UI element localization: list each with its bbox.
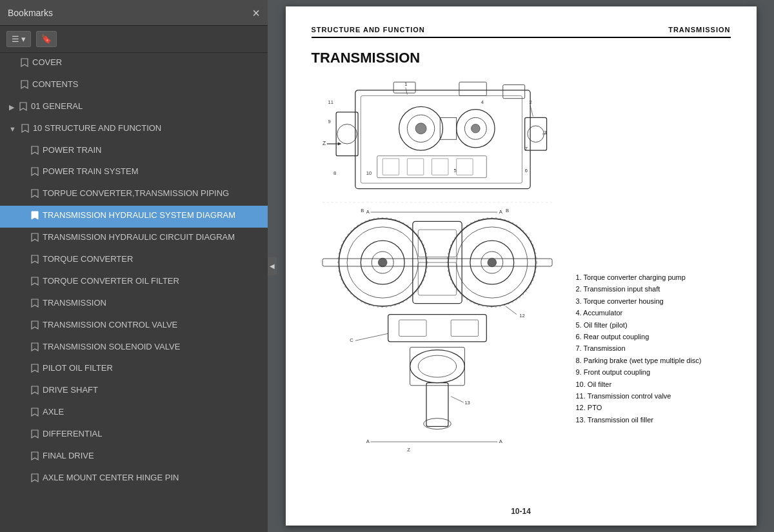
svg-text:Z: Z xyxy=(407,447,410,453)
bookmark-view-button[interactable]: 🔖 xyxy=(36,31,57,47)
svg-text:A: A xyxy=(366,209,370,215)
legend-item-7: 7. Transmission xyxy=(576,344,731,353)
legend-item-5: 5. Oil filter (pilot) xyxy=(576,320,731,330)
svg-point-12 xyxy=(337,124,357,144)
bookmark-item-transmission-control-valve[interactable]: TRANSMISSION CONTROL VALVE xyxy=(0,315,268,337)
doc-title: TRANSMISSION xyxy=(312,50,731,66)
doc-header: STRUCTURE AND FUNCTION TRANSMISSION xyxy=(312,26,731,38)
doc-header-chapter: TRANSMISSION xyxy=(668,26,730,34)
svg-text:13: 13 xyxy=(464,400,470,406)
svg-text:9: 9 xyxy=(328,119,330,124)
bookmark-item-cover[interactable]: COVER xyxy=(0,53,268,75)
legend-item-10: 10. Oil filter xyxy=(576,380,731,389)
svg-point-46 xyxy=(378,258,387,267)
bookmark-label: FINAL DRIVE xyxy=(43,451,261,462)
document-page: STRUCTURE AND FUNCTION TRANSMISSION TRAN… xyxy=(286,6,757,526)
bookmark-item-torque-converter[interactable]: TORQUE CONVERTER xyxy=(0,250,268,271)
legend-item-9: 9. Front output coupling xyxy=(576,368,731,377)
bookmark-item-power-train-system[interactable]: POWER TRAIN SYSTEM xyxy=(0,162,268,184)
list-view-button[interactable]: ☰ ▾ xyxy=(6,31,31,47)
bookmark-item-final-drive[interactable]: FINAL DRIVE xyxy=(0,446,268,468)
bookmark-item-transmission[interactable]: TRANSMISSION xyxy=(0,293,268,315)
close-button[interactable]: × xyxy=(252,6,260,19)
bookmark-label: 01 GENERAL xyxy=(31,101,261,112)
bookmark-item-torque-converter-oil-filter[interactable]: TORQUE CONVERTER OIL FILTER xyxy=(0,271,268,293)
expand-arrow: ▶ xyxy=(9,103,14,112)
legend-area: 1. Torque converter charging pump2. Tran… xyxy=(576,79,731,497)
bookmark-item-differential[interactable]: DIFFERENTIAL xyxy=(0,424,268,446)
svg-text:2: 2 xyxy=(529,99,531,105)
bookmark-icon xyxy=(21,124,29,136)
bookmark-label: COVER xyxy=(32,57,261,68)
bookmark-label: TRANSMISSION HYDRAULIC CIRCUIT DIAGRAM xyxy=(43,232,261,243)
bookmark-icon xyxy=(31,167,39,179)
bookmark-icon xyxy=(31,473,39,486)
bookmark-icon xyxy=(31,189,39,201)
svg-rect-37 xyxy=(456,159,472,175)
bookmark-item-axle[interactable]: AXLE xyxy=(0,402,268,424)
expand-arrow: ▼ xyxy=(9,124,16,133)
bookmark-label: TRANSMISSION xyxy=(43,298,261,309)
dropdown-arrow: ▾ xyxy=(21,34,26,44)
bookmark-icon xyxy=(31,255,39,267)
bookmark-item-axle-mount[interactable]: AXLE MOUNT CENTER HINGE PIN xyxy=(0,468,268,490)
bookmark-label: POWER TRAIN xyxy=(43,145,261,156)
document-panel: STRUCTURE AND FUNCTION TRANSMISSION TRAN… xyxy=(268,0,774,532)
svg-marker-18 xyxy=(337,142,341,145)
bookmark-item-transmission-hydraulic-system[interactable]: TRANSMISSION HYDRAULIC SYSTEM DIAGRAM xyxy=(0,206,268,228)
bookmark-item-power-train[interactable]: POWER TRAIN xyxy=(0,141,268,163)
bookmark-icon: 🔖 xyxy=(41,34,52,44)
bookmark-item-torque-converter-piping[interactable]: TORPUE CONVERTER,TRANSMISSION PIPING xyxy=(0,184,268,206)
bookmark-label: DRIVE SHAFT xyxy=(43,385,261,396)
svg-rect-56 xyxy=(418,230,456,257)
svg-text:8: 8 xyxy=(333,170,335,176)
svg-text:11: 11 xyxy=(328,99,333,105)
svg-rect-35 xyxy=(407,159,423,175)
svg-line-20 xyxy=(405,88,407,95)
page-number: 10-14 xyxy=(312,507,731,516)
svg-rect-62 xyxy=(388,315,486,342)
svg-text:B: B xyxy=(361,208,364,213)
bookmark-item-contents[interactable]: CONTENTS xyxy=(0,75,268,97)
bookmark-label: TORQUE CONVERTER xyxy=(43,254,261,265)
legend-item-4: 4. Accumulator xyxy=(576,308,731,318)
legend-item-8: 8. Parking brake (wet type multiple disc… xyxy=(576,356,731,366)
bookmark-label: AXLE xyxy=(43,407,261,418)
svg-rect-36 xyxy=(432,159,448,175)
legend-item-2: 2. Transmission input shaft xyxy=(576,284,731,294)
svg-point-4 xyxy=(415,123,426,134)
svg-point-53 xyxy=(487,258,496,267)
bookmark-icon xyxy=(31,211,39,223)
bookmark-item-transmission-solenoid-valve[interactable]: TRANSMISSION SOLENOID VALVE xyxy=(0,337,268,359)
bookmark-label: TORQUE CONVERTER OIL FILTER xyxy=(43,276,261,287)
bookmark-icon xyxy=(31,342,39,355)
bookmark-icon xyxy=(31,299,39,311)
svg-text:A: A xyxy=(499,209,502,215)
bookmark-item-drive-shaft[interactable]: DRIVE SHAFT xyxy=(0,380,268,402)
bookmark-icon xyxy=(31,429,39,442)
svg-text:1: 1 xyxy=(404,81,407,87)
bookmark-item-transmission-hydraulic-circuit[interactable]: TRANSMISSION HYDRAULIC CIRCUIT DIAGRAM xyxy=(0,228,268,250)
bookmark-icon xyxy=(21,80,28,92)
bookmark-label: 10 STRUCTURE AND FUNCTION xyxy=(33,123,261,134)
bookmark-label: DIFFERENTIAL xyxy=(43,429,261,440)
transmission-diagram: Z 1 2 3 4 5 6 7 8 xyxy=(312,79,563,495)
top-diagram: Z 1 2 3 4 5 6 7 8 xyxy=(322,81,546,188)
bookmark-label: TRANSMISSION CONTROL VALVE xyxy=(43,320,261,331)
bookmark-item-01-general[interactable]: ▶01 GENERAL xyxy=(0,97,268,119)
collapse-panel-button[interactable]: ◀ xyxy=(268,257,277,275)
svg-text:4: 4 xyxy=(481,99,484,105)
svg-text:A: A xyxy=(366,438,370,444)
panel-header: Bookmarks × xyxy=(0,0,268,26)
svg-rect-11 xyxy=(336,112,358,156)
bookmark-icon xyxy=(31,146,39,158)
svg-rect-34 xyxy=(382,159,399,175)
bookmark-label: TRANSMISSION HYDRAULIC SYSTEM DIAGRAM xyxy=(43,210,261,221)
bookmark-icon xyxy=(19,102,27,114)
diagram-area: Z 1 2 3 4 5 6 7 8 xyxy=(312,79,731,497)
bookmarks-panel: Bookmarks × ☰ ▾ 🔖 COVERCONTENTS▶01 GENER… xyxy=(0,0,268,532)
bookmark-item-10-structure[interactable]: ▼10 STRUCTURE AND FUNCTION xyxy=(0,119,268,141)
bookmark-item-pilot-oil-filter[interactable]: PILOT OIL FILTER xyxy=(0,359,268,380)
bookmark-list: COVERCONTENTS▶01 GENERAL▼10 STRUCTURE AN… xyxy=(0,53,268,532)
bottom-diagram: A A xyxy=(322,208,551,452)
